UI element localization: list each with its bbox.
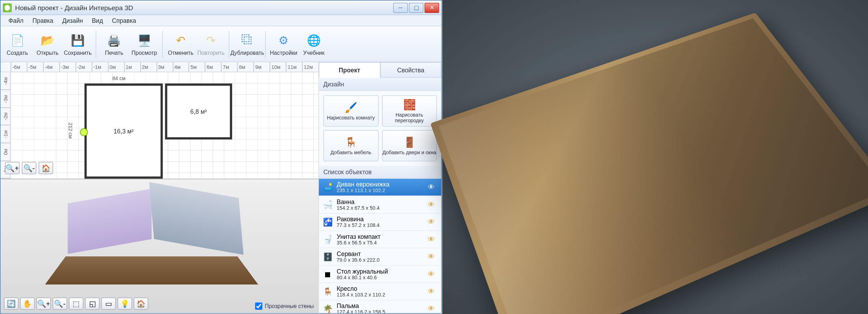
redo-icon: ↷ [203,32,219,48]
home-3d-button[interactable]: 🏠 [134,297,148,310]
object-dimensions: 80.4 x 80.1 x 40.6 [337,275,424,280]
top-view-button[interactable]: ⬚ [69,297,83,310]
object-item[interactable]: 🚰 Раковина 77.3 x 57.2 x 108.4 👁 [319,214,441,231]
visibility-eye-icon[interactable]: 👁 [428,270,438,278]
tab-properties[interactable]: Свойства [380,62,442,78]
separator [162,31,163,58]
redo-button[interactable]: ↷Повторить [196,28,226,60]
open-button[interactable]: 📂Открыть [33,28,62,60]
window-title: Новый проект - Дизайн Интерьера 3D [15,4,393,11]
app-window: Новый проект - Дизайн Интерьера 3D ─ ▢ ✕… [0,0,442,314]
chair-icon: 🪑 [345,136,357,149]
object-item[interactable]: 🗄️ Сервант 79.0 x 39.6 x 222.0 👁 [319,248,441,266]
zoom-out-button[interactable]: 🔍- [22,162,36,174]
tab-project[interactable]: Проект [319,62,380,78]
canvas-panel: -6м -5м -4м -3м -2м -1м 0м 1м 2м 3м 4м 5… [1,62,318,313]
draw-room-button[interactable]: 🖌️Нарисовать комнату [323,95,378,126]
undo-button[interactable]: ↶Отменить [166,28,195,60]
object-item[interactable]: 🛁 Ванна 154.2 x 67.5 x 50.4 👁 [319,196,441,213]
object-name: Унитаз компакт [337,233,424,240]
drag-handle[interactable] [80,128,88,136]
object-icon: 🛋️ [322,182,334,193]
visibility-eye-icon[interactable]: 👁 [428,287,438,295]
object-name: Пальма [337,302,424,309]
monitor-icon: 🖥️ [136,32,152,48]
separator [96,31,96,58]
create-button[interactable]: 📄Создать [3,28,32,60]
visibility-eye-icon[interactable]: 👁 [428,253,438,260]
transparent-walls-checkbox[interactable] [255,302,263,310]
menubar: Файл Правка Дизайн Вид Справка [1,15,442,26]
light-button[interactable]: 💡 [117,297,132,310]
save-icon: 💾 [70,32,86,48]
duplicate-button[interactable]: ⿻Дублировать [233,28,262,60]
titlebar: Новый проект - Дизайн Интерьера 3D ─ ▢ ✕ [1,1,442,15]
room-2[interactable]: 6,8 м² [165,84,232,140]
panel-tabs: Проект Свойства [319,62,441,78]
maximize-button[interactable]: ▢ [409,2,423,13]
room-1[interactable]: 16,3 м² [85,84,163,179]
visibility-eye-icon[interactable]: 👁 [428,218,438,225]
zoom-in-3d-button[interactable]: 🔍+ [36,297,51,310]
toolbar: 📄Создать 📂Открыть 💾Сохранить 🖨️Печать 🖥️… [1,26,442,62]
object-icon: 🌴 [322,303,334,313]
menu-file[interactable]: Файл [4,16,28,25]
brick-icon: 🧱 [403,99,416,111]
menu-design[interactable]: Дизайн [58,16,88,25]
settings-button[interactable]: ⚙Настройки [269,28,298,60]
floorplan[interactable]: 84 см 212 см 16,3 м² 6,8 м² [85,84,241,179]
object-list[interactable]: 🛋️ Диван еврокнижка 235.1 x 113.1 x 102.… [319,179,441,313]
close-button[interactable]: ✕ [425,2,439,13]
visibility-eye-icon[interactable]: 👁 [428,183,438,191]
visibility-eye-icon[interactable]: 👁 [428,201,438,208]
save-button[interactable]: 💾Сохранить [63,28,92,60]
home-button[interactable]: 🏠 [39,162,53,174]
object-dimensions: 127.4 x 116.2 x 158.5 [337,309,424,313]
canvas-3d[interactable]: 🔄 ✋ 🔍+ 🔍- ⬚ ◱ ▭ 💡 🏠 Прозрачные стены [1,179,318,313]
object-name: Стол журнальный [337,268,424,274]
object-item[interactable]: 🛋️ Диван еврокнижка 235.1 x 113.1 x 102.… [319,179,441,196]
dimension-h: 84 см [113,76,126,81]
object-name: Раковина [337,216,424,222]
globe-icon: 🌐 [306,32,322,48]
menu-edit[interactable]: Правка [28,16,58,25]
textbook-button[interactable]: 🌐Учебник [299,28,328,60]
object-item[interactable]: ◼ Стол журнальный 80.4 x 80.1 x 40.6 👁 [319,266,441,283]
folder-open-icon: 📂 [40,32,55,48]
add-doors-button[interactable]: 🚪Добавить двери и окна [382,130,437,161]
3d-rendering-image [442,0,868,314]
object-icon: 🪑 [322,286,334,297]
minimize-button[interactable]: ─ [393,2,408,13]
draw-partition-button[interactable]: 🧱Нарисовать перегородку [382,95,437,126]
object-icon: ◼ [322,268,334,280]
transparent-walls-toggle[interactable]: Прозрачные стены [255,302,314,310]
new-file-icon: 📄 [9,32,25,48]
paint-icon: 🖌️ [345,102,357,114]
design-grid: 🖌️Нарисовать комнату 🧱Нарисовать перегор… [319,91,441,166]
preview-button[interactable]: 🖥️Просмотр [130,28,159,60]
object-item[interactable]: 🌴 Пальма 127.4 x 116.2 x 158.5 👁 [319,300,441,313]
object-icon: 🗄️ [322,251,334,262]
object-item[interactable]: 🪑 Кресло 118.4 x 103.2 x 110.2 👁 [319,283,441,300]
menu-help[interactable]: Справка [107,16,140,25]
canvas-2d[interactable]: -4м -3м -2м -1м 0м 1м 84 см 212 см 16,3 … [1,72,318,179]
print-button[interactable]: 🖨️Печать [100,28,129,60]
door-icon: 🚪 [403,136,416,149]
pan-button[interactable]: ✋ [20,297,34,310]
zoom-in-button[interactable]: 🔍+ [5,162,19,174]
orbit-button[interactable]: 🔄 [4,297,18,310]
object-item[interactable]: 🚽 Унитаз компакт 35.6 x 56.5 x 75.4 👁 [319,231,441,248]
room-1-area: 16,3 м² [114,128,134,135]
menu-view[interactable]: Вид [87,16,107,25]
add-furniture-button[interactable]: 🪑Добавить мебель [323,130,378,161]
visibility-eye-icon[interactable]: 👁 [428,305,438,313]
zoom-out-3d-button[interactable]: 🔍- [53,297,67,310]
camera-button[interactable]: ▭ [101,297,116,310]
objects-section-title: Список объектов [319,166,441,179]
app-icon [3,3,12,12]
perspective-button[interactable]: ◱ [85,297,99,310]
undo-icon: ↶ [173,32,189,48]
visibility-eye-icon[interactable]: 👁 [428,235,438,243]
object-name: Ванна [337,198,424,205]
floorplan-render-iso [430,13,868,314]
